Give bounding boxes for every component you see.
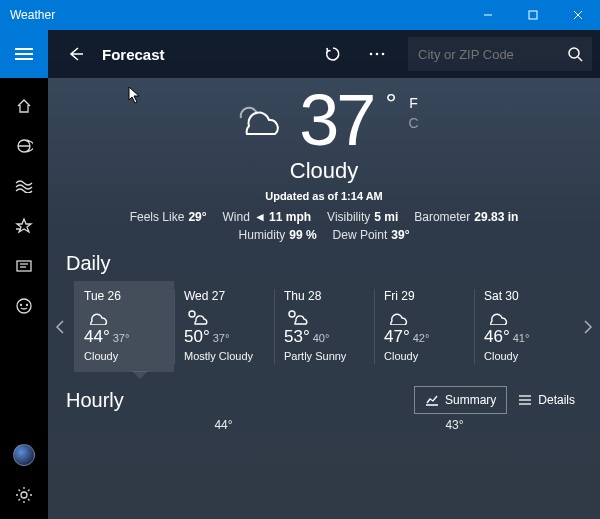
hourly-section-title: Hourly [66,389,414,412]
nav-feedback-icon[interactable] [0,286,48,326]
nav-home-icon[interactable] [0,86,48,126]
day-card-0[interactable]: Tue 26 44°37° Cloudy [74,281,174,372]
window-titlebar: Weather [0,0,600,30]
search-icon[interactable] [558,46,592,62]
page-title: Forecast [102,46,165,63]
chart-icon [425,394,439,406]
daily-next-button[interactable] [576,319,600,335]
svg-line-18 [578,57,582,61]
window-title: Weather [10,8,465,22]
nav-history-icon[interactable] [0,246,48,286]
updated-time: Updated as of 1:14 AM [48,190,600,202]
minimize-button[interactable] [465,0,510,30]
svg-point-20 [289,311,295,317]
back-button[interactable] [56,35,94,73]
day-card-2[interactable]: Thu 28 53°40° Partly Sunny [274,281,374,372]
cloud-icon [84,307,168,325]
cloud-icon [484,307,568,325]
unit-f[interactable]: F [409,94,419,114]
nav-news-icon[interactable] [0,126,48,166]
refresh-button[interactable] [314,35,352,73]
maximize-button[interactable] [510,0,555,30]
nav-maps-icon[interactable] [0,166,48,206]
unit-c[interactable]: C [409,114,419,134]
svg-point-15 [376,53,379,56]
nav-favorites-icon[interactable] [0,206,48,246]
daily-forecast: Tue 26 44°37° Cloudy Wed 27 50°37° Mostl… [48,281,600,372]
current-conditions: 37 ° F C Cloudy Updated as of 1:14 AM Fe… [48,78,600,246]
hourly-preview: 44° 43° [48,414,600,432]
svg-point-16 [382,53,385,56]
current-condition-text: Cloudy [48,158,600,184]
svg-point-19 [189,311,195,317]
close-button[interactable] [555,0,600,30]
daily-prev-button[interactable] [48,319,72,335]
partly-cloudy-icon [184,307,268,325]
day-card-1[interactable]: Wed 27 50°37° Mostly Cloudy [174,281,274,372]
partly-sunny-icon [284,307,368,325]
summary-toggle[interactable]: Summary [414,386,507,414]
details-toggle[interactable]: Details [507,386,586,414]
day-card-4[interactable]: Sat 30 46°41° Cloudy [474,281,574,372]
top-bar: Forecast [48,30,600,78]
current-condition-icon [229,96,287,138]
degree-symbol: ° [385,88,396,120]
main-content: Forecast 37 ° [48,30,600,519]
metrics-row: Feels Like29° Wind◄ 11 mph Visibility5 m… [124,210,524,242]
account-avatar[interactable] [0,435,48,475]
hamburger-button[interactable] [0,30,48,78]
svg-point-14 [370,53,373,56]
cloud-icon [384,307,468,325]
search-input[interactable] [408,47,558,62]
hourly-header: Hourly Summary Details [48,372,600,414]
list-icon [518,394,532,406]
svg-rect-7 [17,261,31,271]
settings-icon[interactable] [0,475,48,515]
svg-rect-1 [529,11,537,19]
daily-section-title: Daily [48,246,600,281]
search-box[interactable] [408,37,592,71]
svg-point-12 [27,305,28,306]
svg-point-13 [21,492,27,498]
more-button[interactable] [358,35,396,73]
day-card-3[interactable]: Fri 29 47°42° Cloudy [374,281,474,372]
sidebar [0,30,48,519]
svg-point-10 [17,299,31,313]
current-temp: 37 [299,84,373,156]
svg-point-17 [569,48,579,58]
svg-point-11 [21,305,22,306]
